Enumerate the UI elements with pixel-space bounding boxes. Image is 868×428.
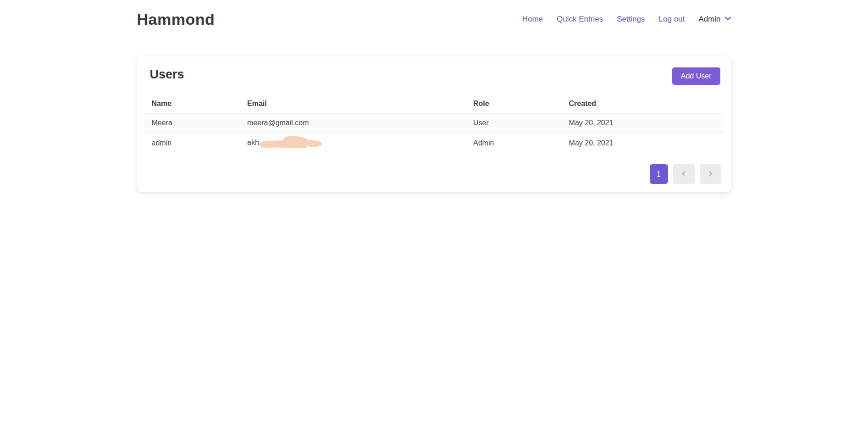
table-header-row: Name Email Role Created	[144, 96, 724, 113]
main-nav: Home Quick Entries Settings Log out Admi…	[522, 14, 731, 24]
chevron-right-icon	[708, 170, 713, 178]
add-user-button[interactable]: Add User	[672, 67, 720, 85]
nav-link-quick-entries[interactable]: Quick Entries	[557, 15, 603, 24]
table-row: Meera meera@gmail.com User May 20, 2021	[144, 113, 724, 133]
cell-email-text: akh	[247, 139, 259, 146]
cell-role: User	[466, 113, 562, 133]
redaction-scribble	[260, 139, 324, 148]
column-header-email: Email	[240, 96, 466, 113]
pagination: 1	[144, 164, 724, 184]
cell-email: akh	[240, 133, 466, 154]
table-row: admin akh Admin May 20, 2021	[144, 133, 724, 154]
cell-role: Admin	[466, 133, 562, 154]
cell-created: May 20, 2021	[562, 133, 724, 154]
next-page-button[interactable]	[700, 164, 721, 184]
top-navbar: Hammond Home Quick Entries Settings Log …	[0, 0, 868, 31]
column-header-created: Created	[562, 96, 724, 113]
page-1-button[interactable]: 1	[650, 164, 668, 184]
cell-email: meera@gmail.com	[240, 113, 466, 133]
main-content: Users Add User Name Email Role Created M…	[137, 56, 731, 192]
chevron-down-icon	[724, 14, 731, 24]
cell-created: May 20, 2021	[562, 113, 724, 133]
cell-name: admin	[144, 133, 240, 154]
previous-page-button[interactable]	[673, 164, 695, 184]
nav-link-home[interactable]: Home	[522, 15, 543, 24]
cell-name: Meera	[144, 113, 240, 133]
nav-link-logout[interactable]: Log out	[659, 15, 685, 24]
chevron-left-icon	[681, 170, 687, 178]
users-card: Users Add User Name Email Role Created M…	[137, 56, 731, 192]
user-menu-dropdown[interactable]: Admin	[698, 14, 731, 24]
column-header-name: Name	[144, 96, 240, 113]
column-header-role: Role	[466, 96, 562, 113]
page-title: Users	[150, 67, 184, 82]
users-table: Name Email Role Created Meera meera@gmai…	[144, 96, 724, 153]
brand-logo[interactable]: Hammond	[137, 11, 215, 28]
nav-link-settings[interactable]: Settings	[617, 15, 645, 24]
user-menu-label: Admin	[698, 15, 720, 24]
